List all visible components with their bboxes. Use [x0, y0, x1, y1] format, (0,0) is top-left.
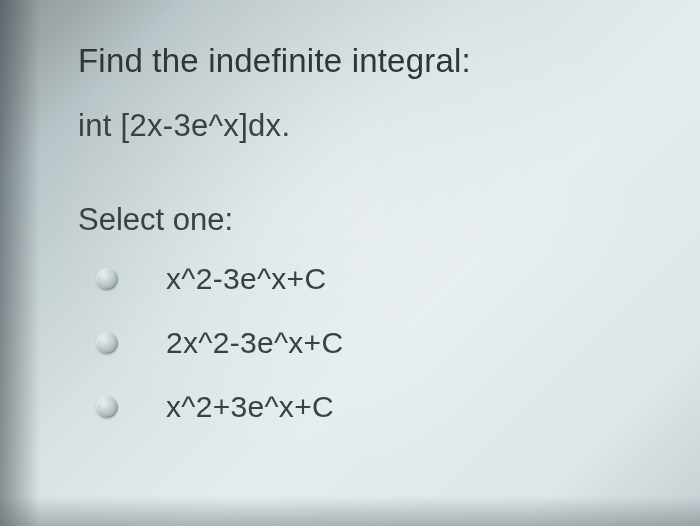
radio-option-1[interactable] [96, 268, 118, 290]
select-one-label: Select one: [78, 202, 640, 238]
option-text: x^2-3e^x+C [166, 262, 326, 296]
option-row: 2x^2-3e^x+C [96, 326, 640, 360]
option-row: x^2-3e^x+C [96, 262, 640, 296]
question-title: Find the indefinite integral: [78, 42, 640, 80]
radio-option-2[interactable] [96, 332, 118, 354]
vignette-bottom [0, 496, 700, 526]
question-container: Find the indefinite integral: int [2x-3e… [0, 0, 700, 484]
option-row: x^2+3e^x+C [96, 390, 640, 424]
question-expression: int [2x-3e^x]dx. [78, 108, 640, 144]
option-text: 2x^2-3e^x+C [166, 326, 343, 360]
option-text: x^2+3e^x+C [166, 390, 334, 424]
radio-option-3[interactable] [96, 396, 118, 418]
options-list: x^2-3e^x+C 2x^2-3e^x+C x^2+3e^x+C [78, 262, 640, 424]
